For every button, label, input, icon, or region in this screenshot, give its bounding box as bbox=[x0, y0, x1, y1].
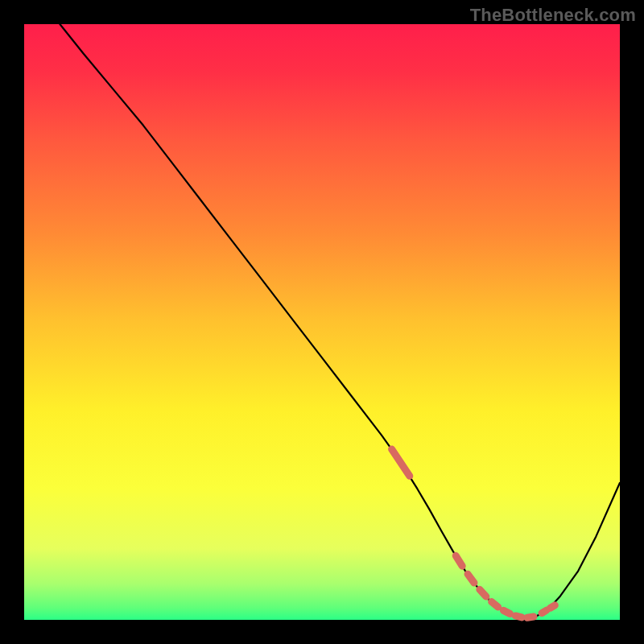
highlight-dash bbox=[503, 610, 510, 613]
highlight-dash bbox=[515, 616, 522, 617]
watermark-text: TheBottleneck.com bbox=[470, 5, 636, 26]
highlight-dash bbox=[480, 589, 486, 597]
highlight-dash bbox=[550, 605, 555, 609]
highlight-dash bbox=[468, 574, 474, 583]
highlight-dash bbox=[527, 617, 534, 617]
highlight-dash bbox=[542, 610, 547, 613]
chart-frame: TheBottleneck.com bbox=[0, 0, 644, 644]
plot-background bbox=[24, 24, 620, 620]
highlight-dash bbox=[492, 602, 498, 607]
bottleneck-chart bbox=[0, 0, 644, 644]
